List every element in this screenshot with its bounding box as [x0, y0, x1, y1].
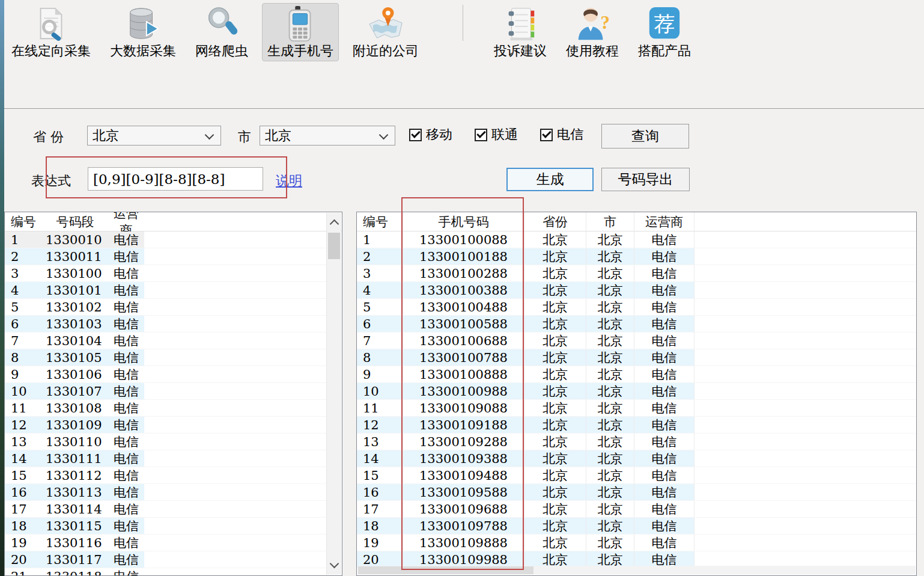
segment-row[interactable]: 1 1330010 电信	[5, 231, 342, 248]
segment-row[interactable]: 18 1330115 电信	[5, 518, 342, 535]
toolbar-item[interactable]: 附近的公司	[347, 3, 424, 61]
phone-row[interactable]: 17 13300109688 北京 北京 电信	[357, 501, 916, 518]
phone-row[interactable]: 11 13300109088 北京 北京 电信	[357, 400, 916, 417]
segment-row[interactable]: 17 1330114 电信	[5, 501, 342, 518]
column-header[interactable]: 市	[586, 212, 634, 231]
segment-row-number: 16	[5, 485, 42, 500]
segment-row[interactable]: 12 1330109 电信	[5, 417, 342, 434]
phone-row[interactable]: 3 13300100288 北京 北京 电信	[357, 265, 916, 282]
generate-button[interactable]: 生成	[506, 168, 594, 191]
segment-row-number: 5	[5, 300, 42, 314]
phone-row[interactable]: 16 13300109588 北京 北京 电信	[357, 484, 916, 501]
carrier-checkbox[interactable]: 电信	[540, 126, 583, 144]
column-header[interactable]: 省份	[524, 212, 586, 231]
horizontal-scrollbar[interactable]	[357, 566, 916, 575]
segment-row-number: 1	[5, 233, 42, 247]
city-select[interactable]: 北京	[260, 126, 395, 146]
phone-province: 北京	[524, 299, 586, 315]
notebook-feedback-icon	[502, 5, 539, 43]
checkbox-icon[interactable]	[409, 129, 422, 141]
phone-row[interactable]: 9 13300100888 北京 北京 电信	[357, 366, 916, 383]
segment-row[interactable]: 14 1330111 电信	[5, 450, 342, 467]
toolbar: 在线定向采集 大数据采集 网络爬虫 生成手机号 附近的公司	[4, 0, 924, 109]
column-header[interactable]: 运营商	[634, 212, 695, 231]
toolbar-item[interactable]: ? 使用教程	[561, 3, 624, 61]
segment-row[interactable]: 20 1330117 电信	[5, 551, 342, 568]
phone-row[interactable]: 18 13300109788 北京 北京 电信	[357, 518, 916, 535]
phone-row[interactable]: 4 13300100388 北京 北京 电信	[357, 282, 916, 299]
phone-carrier: 电信	[634, 484, 695, 500]
checkbox-icon[interactable]	[475, 129, 487, 141]
toolbar-item-label: 投诉建议	[494, 43, 547, 59]
phone-row[interactable]: 14 13300109388 北京 北京 电信	[357, 450, 916, 467]
segment-row[interactable]: 19 1330116 电信	[5, 535, 342, 551]
segment-carrier: 电信	[108, 316, 144, 332]
province-select[interactable]: 北京	[87, 126, 221, 146]
scroll-up-arrow-icon[interactable]	[327, 214, 341, 231]
segment-row[interactable]: 21 1330118 电信	[5, 568, 342, 576]
column-header[interactable]: 编号	[5, 213, 42, 230]
phone-row[interactable]: 20 13300109988 北京 北京 电信	[357, 551, 916, 568]
phone-number: 13300100588	[403, 316, 524, 332]
column-header[interactable]: 手机号码	[403, 212, 524, 231]
segment-row[interactable]: 9 1330106 电信	[5, 366, 342, 383]
segment-row[interactable]: 13 1330110 电信	[5, 434, 342, 450]
toolbar-item[interactable]: 大数据采集	[105, 3, 181, 61]
phone-province: 北京	[524, 316, 586, 332]
scroll-thumb[interactable]	[358, 566, 533, 574]
carrier-checkbox-label: 电信	[557, 126, 583, 144]
phone-city: 北京	[586, 400, 634, 416]
phone-city: 北京	[586, 518, 634, 534]
toolbar-item[interactable]: 网络爬虫	[190, 3, 254, 61]
expression-input[interactable]	[88, 167, 263, 191]
phone-city: 北京	[586, 349, 634, 366]
phone-number: 13300109688	[403, 501, 524, 517]
export-button[interactable]: 号码导出	[601, 168, 690, 191]
toolbar-item[interactable]: 生成手机号	[262, 3, 339, 61]
toolbar-item[interactable]: 在线定向采集	[6, 3, 96, 61]
segment-row[interactable]: 8 1330105 电信	[5, 349, 342, 366]
segment-row[interactable]: 4 1330101 电信	[5, 282, 342, 299]
segment-row[interactable]: 5 1330102 电信	[5, 299, 342, 316]
phone-row[interactable]: 19 13300109888 北京 北京 电信	[357, 535, 916, 551]
phone-row[interactable]: 2 13300100188 北京 北京 电信	[357, 248, 916, 265]
segment-row[interactable]: 15 1330112 电信	[5, 467, 342, 484]
phone-city: 北京	[586, 299, 634, 315]
segment-row[interactable]: 16 1330113 电信	[5, 484, 342, 501]
phone-row[interactable]: 6 13300100588 北京 北京 电信	[357, 316, 916, 332]
phone-number: 13300100688	[403, 332, 524, 349]
phone-city: 北京	[586, 434, 634, 450]
phone-row[interactable]: 7 13300100688 北京 北京 电信	[357, 332, 916, 349]
segment-value: 1330108	[42, 401, 108, 415]
toolbar-item[interactable]: 荐 搭配产品	[633, 3, 696, 61]
vertical-scrollbar[interactable]	[326, 213, 341, 575]
help-link[interactable]: 说明	[276, 172, 302, 190]
segment-row-number: 10	[5, 384, 42, 399]
phone-row[interactable]: 12 13300109188 北京 北京 电信	[357, 417, 916, 434]
phone-row[interactable]: 13 13300109288 北京 北京 电信	[357, 434, 916, 450]
toolbar-item[interactable]: 投诉建议	[488, 3, 552, 61]
column-header[interactable]: 编号	[357, 212, 403, 231]
phone-row[interactable]: 5 13300100488 北京 北京 电信	[357, 299, 916, 316]
carrier-checkbox[interactable]: 移动	[409, 126, 452, 144]
carrier-checkbox[interactable]: 联通	[475, 126, 518, 144]
phone-row[interactable]: 10 13300100988 北京 北京 电信	[357, 383, 916, 400]
query-button[interactable]: 查询	[601, 124, 689, 149]
phone-number: 13300100388	[403, 282, 524, 298]
checkbox-icon[interactable]	[540, 129, 553, 141]
phone-row[interactable]: 1 13300100088 北京 北京 电信	[357, 231, 916, 248]
phone-row[interactable]: 8 13300100788 北京 北京 电信	[357, 349, 916, 366]
scroll-thumb[interactable]	[328, 233, 340, 259]
scroll-down-arrow-icon[interactable]	[327, 557, 341, 574]
segment-row[interactable]: 7 1330104 电信	[5, 332, 342, 349]
segment-row[interactable]: 6 1330103 电信	[5, 316, 342, 332]
segment-row[interactable]: 3 1330100 电信	[5, 265, 342, 282]
phone-row-number: 13	[357, 434, 403, 450]
column-header[interactable]: 号码段	[42, 213, 108, 230]
segment-row[interactable]: 2 1330011 电信	[5, 248, 342, 265]
phone-carrier: 电信	[634, 501, 695, 517]
segment-carrier: 电信	[108, 417, 144, 434]
segment-row[interactable]: 10 1330107 电信	[5, 383, 342, 400]
segment-row[interactable]: 11 1330108 电信	[5, 400, 342, 417]
phone-row[interactable]: 15 13300109488 北京 北京 电信	[357, 467, 916, 484]
